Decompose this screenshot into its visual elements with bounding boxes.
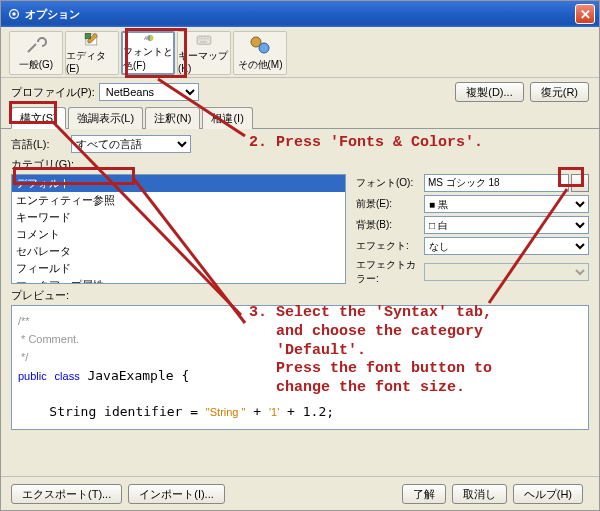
- properties-panel: フォント(O): MS ゴシック 18 … 前景(E): ■ 黒 背景(B): …: [346, 174, 589, 284]
- preview-area: /** * Comment. */ public class JavaExamp…: [11, 305, 589, 430]
- tab-editor[interactable]: エディタ(E): [65, 31, 119, 75]
- svg-rect-6: [197, 36, 211, 44]
- svg-text:A: A: [143, 35, 148, 41]
- lang-select[interactable]: すべての言語: [71, 135, 191, 153]
- tab-annotation[interactable]: 注釈(N): [145, 107, 200, 129]
- import-button[interactable]: インポート(I)...: [128, 484, 225, 504]
- profile-label: プロファイル(P):: [11, 85, 95, 100]
- effect-select[interactable]: なし: [424, 237, 589, 255]
- tab-keymap-label: キーマップ(K): [178, 49, 230, 74]
- svg-point-1: [12, 12, 16, 16]
- effect-label: エフェクト:: [356, 239, 424, 253]
- tab-syntax[interactable]: 構文(S): [11, 107, 66, 129]
- titlebar: オプション ✕: [1, 1, 599, 27]
- tab-fonts-label: フォントと色(F): [123, 45, 173, 73]
- category-list[interactable]: デフォルト エンティティー参照 キーワード コメント セパレータ フィールド マ…: [11, 174, 346, 284]
- svg-point-13: [259, 43, 269, 53]
- bg-label: 背景(B):: [356, 218, 424, 232]
- help-button[interactable]: ヘルプ(H): [513, 484, 583, 504]
- tab-editor-label: エディタ(E): [66, 49, 118, 74]
- bg-select[interactable]: □ 白: [424, 216, 589, 234]
- subtabs: 構文(S) 強調表示(L) 注釈(N) 相違(I): [1, 106, 599, 129]
- list-item[interactable]: コメント: [12, 226, 345, 243]
- category-label: カテゴリ(G):: [11, 157, 589, 172]
- svg-rect-8: [201, 37, 203, 39]
- misc-icon: [248, 34, 272, 56]
- window-title: オプション: [21, 7, 575, 22]
- profile-select[interactable]: NetBeans: [99, 83, 199, 101]
- svg-rect-3: [85, 33, 90, 38]
- tab-fonts-colors[interactable]: A フォントと色(F): [121, 31, 175, 75]
- tab-general-label: 一般(G): [19, 58, 53, 72]
- footer: エクスポート(T)... インポート(I)... 了解 取消し ヘルプ(H): [1, 476, 599, 510]
- tab-highlight[interactable]: 強調表示(L): [68, 107, 143, 129]
- preview-label: プレビュー:: [11, 288, 589, 303]
- fg-label: 前景(E):: [356, 197, 424, 211]
- profile-row: プロファイル(P): NetBeans 複製(D)... 復元(R): [1, 78, 599, 106]
- restore-button[interactable]: 復元(R): [530, 82, 589, 102]
- keymap-icon: [192, 32, 216, 47]
- wrench-icon: [24, 34, 48, 56]
- fonts-icon: A: [136, 33, 160, 43]
- list-item[interactable]: セパレータ: [12, 243, 345, 260]
- svg-rect-10: [207, 37, 209, 39]
- inner-panel: 言語(L): すべての言語 カテゴリ(G): デフォルト エンティティー参照 キ…: [1, 129, 599, 478]
- effectcolor-select[interactable]: [424, 263, 589, 281]
- tab-keymap[interactable]: キーマップ(K): [177, 31, 231, 75]
- tab-diff[interactable]: 相違(I): [202, 107, 252, 129]
- list-item[interactable]: マークアップ属性: [12, 277, 345, 284]
- tab-misc-label: その他(M): [238, 58, 283, 72]
- export-button[interactable]: エクスポート(T)...: [11, 484, 122, 504]
- font-value: MS ゴシック 18: [424, 174, 569, 192]
- svg-rect-7: [199, 37, 201, 39]
- editor-icon: [80, 32, 104, 47]
- svg-rect-9: [204, 37, 206, 39]
- list-item[interactable]: フィールド: [12, 260, 345, 277]
- svg-rect-11: [200, 41, 207, 43]
- tab-misc[interactable]: その他(M): [233, 31, 287, 75]
- list-item[interactable]: デフォルト: [12, 175, 345, 192]
- window-icon: [7, 7, 21, 21]
- font-picker-button[interactable]: …: [571, 174, 589, 192]
- list-item[interactable]: エンティティー参照: [12, 192, 345, 209]
- clone-button[interactable]: 複製(D)...: [455, 82, 523, 102]
- list-item[interactable]: キーワード: [12, 209, 345, 226]
- toolbar: 一般(G) エディタ(E) A フォントと色(F) キーマップ(K) その他(M…: [1, 27, 599, 78]
- lang-row: 言語(L): すべての言語: [11, 135, 589, 153]
- close-button[interactable]: ✕: [575, 4, 595, 24]
- lang-label: 言語(L):: [11, 137, 71, 152]
- effectcolor-label: エフェクトカラー:: [356, 258, 424, 286]
- fg-select[interactable]: ■ 黒: [424, 195, 589, 213]
- font-label: フォント(O):: [356, 176, 424, 190]
- cancel-button[interactable]: 取消し: [452, 484, 507, 504]
- ok-button[interactable]: 了解: [402, 484, 446, 504]
- tab-general[interactable]: 一般(G): [9, 31, 63, 75]
